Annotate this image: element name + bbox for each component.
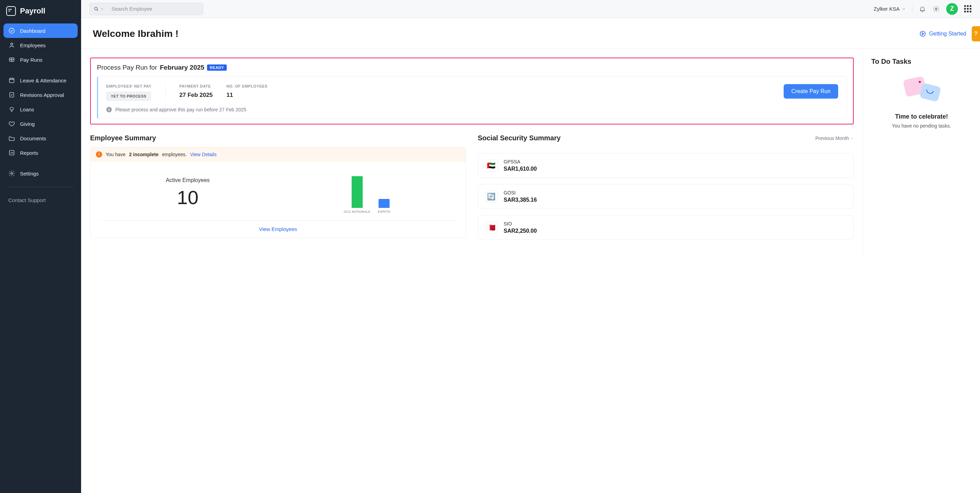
search-input[interactable] (107, 3, 203, 15)
sidebar: Payroll Dashboard Employees Pay Runs Lea… (0, 0, 81, 493)
main: Welcome Ibrahim ! Getting Started ? Proc… (81, 18, 980, 493)
period-selector[interactable]: Previous Month (815, 135, 854, 141)
period-label: Previous Month (815, 135, 849, 141)
payrun-card: EMPLOYEES' NET PAY YET TO PROCESS PAYMEN… (97, 76, 847, 119)
ss-name: GOSI (504, 190, 537, 195)
payrun-note: i Please process and approve this pay ru… (106, 107, 838, 113)
page-title: Welcome Ibrahim ! (93, 28, 178, 39)
sidebar-item-revisions-approval[interactable]: Revisions Approval (3, 87, 78, 102)
chevron-down-icon (850, 136, 854, 140)
org-selector[interactable]: Zylker KSA (874, 6, 906, 12)
sidebar-item-settings[interactable]: Settings (3, 166, 78, 181)
getting-started-link[interactable]: Getting Started (919, 30, 966, 37)
topbar: Zylker KSA Z (81, 0, 980, 18)
stat-value: 11 (226, 92, 267, 98)
sidebar-item-label: Documents (20, 135, 46, 141)
view-details-link[interactable]: View Details (190, 152, 217, 157)
sidebar-item-pay-runs[interactable]: Pay Runs (3, 52, 78, 67)
summaries: Employee Summary ! You have 2 incomplete… (90, 134, 854, 240)
employee-summary-footer: View Employees (99, 220, 458, 238)
ss-amount: SAR3,385.16 (504, 197, 537, 203)
ss-amount: SAR1,610.00 (504, 166, 537, 172)
employee-summary-card: ! You have 2 incomplete employees. View … (90, 147, 466, 238)
header-actions: Getting Started ? (919, 26, 968, 41)
payroll-logo-icon (6, 6, 16, 16)
celebrate-illustration (897, 75, 946, 106)
todo-heading: Time to celebrate! (871, 113, 972, 120)
payrun-title-pre: Process Pay Run for (97, 64, 157, 71)
warning-icon: ! (96, 151, 102, 157)
topbar-divider (912, 5, 912, 13)
folder-icon (8, 135, 15, 142)
employee-summary-body: Active Employees 10 GCC NATIONALS (91, 162, 466, 220)
svg-point-9 (920, 32, 926, 36)
dashboard-icon (8, 27, 15, 34)
payrun-stats: EMPLOYEES' NET PAY YET TO PROCESS PAYMEN… (106, 84, 838, 101)
ss-amount: SAR2,250.00 (504, 228, 537, 234)
sidebar-item-documents[interactable]: Documents (3, 131, 78, 146)
create-pay-run-button[interactable]: Create Pay Run (784, 84, 838, 98)
ss-item-gpssa[interactable]: 🇦🇪 GPSSA SAR1,610.00 (478, 153, 854, 178)
sidebar-item-label: Settings (20, 171, 39, 176)
gear-icon (933, 6, 940, 13)
sidebar-item-contact-support[interactable]: Contact Support (3, 193, 78, 207)
notifications-button[interactable] (919, 5, 926, 13)
sidebar-item-loans[interactable]: Loans (3, 102, 78, 117)
sidebar-item-label: Dashboard (20, 28, 45, 34)
sidebar-item-reports[interactable]: Reports (3, 146, 78, 160)
stat-employee-count: NO. OF EMPLOYEES 11 (226, 84, 267, 98)
page-header: Welcome Ibrahim ! Getting Started ? (81, 18, 980, 49)
bar (379, 199, 390, 208)
svg-point-0 (9, 28, 14, 33)
stat-label: EMPLOYEES' NET PAY (106, 84, 151, 88)
info-icon: i (106, 107, 112, 113)
todo-title: To Do Tasks (871, 57, 972, 65)
stat-netpay: EMPLOYEES' NET PAY YET TO PROCESS (106, 84, 165, 101)
view-employees-link[interactable]: View Employees (259, 226, 297, 232)
sidebar-item-label: Revisions Approval (20, 92, 64, 98)
svg-rect-3 (9, 78, 14, 83)
org-name: Zylker KSA (874, 6, 900, 12)
sidebar-item-dashboard[interactable]: Dashboard (3, 24, 78, 38)
chevron-down-icon (100, 7, 104, 11)
approval-icon (8, 91, 15, 98)
social-security-summary: Social Security Summary Previous Month 🇦… (478, 134, 854, 240)
todo-subtext: You have no pending tasks. (871, 123, 972, 128)
sidebar-item-employees[interactable]: Employees (3, 38, 78, 52)
bar-label: EXPATS (378, 210, 390, 213)
bar-expats: EXPATS (378, 199, 390, 213)
ss-item-gosi[interactable]: 🔄 GOSI SAR3,385.16 (478, 184, 854, 209)
chevron-down-icon (902, 7, 906, 11)
stat-label: NO. OF EMPLOYEES (226, 84, 267, 88)
ss-name: SIO (504, 221, 537, 227)
sidebar-item-giving[interactable]: Giving (3, 117, 78, 131)
flag-icon: 🔄 (485, 190, 498, 203)
sidebar-item-leave-attendance[interactable]: Leave & Attendance (3, 73, 78, 87)
calendar-icon (8, 77, 15, 84)
section-title: Employee Summary (90, 134, 466, 142)
stat-payment-date: PAYMENT DATE 27 Feb 2025 (180, 84, 213, 98)
search-scope-button[interactable] (89, 3, 107, 15)
sidebar-nav: Dashboard Employees Pay Runs Leave & Att… (0, 24, 81, 493)
heart-icon (8, 120, 15, 127)
incomplete-employees-banner: ! You have 2 incomplete employees. View … (91, 147, 466, 162)
pay-runs-icon (8, 56, 15, 63)
section-title: Social Security Summary Previous Month (478, 134, 854, 142)
reports-icon (8, 149, 15, 156)
help-button[interactable]: ? (972, 26, 980, 41)
avatar-initial: Z (950, 5, 954, 13)
brand: Payroll (0, 0, 81, 24)
payrun-title: Process Pay Run for February 2025 READY (97, 64, 847, 71)
warn-text-post: employees. (162, 152, 187, 157)
play-circle-icon (919, 30, 926, 37)
search-icon (94, 6, 99, 12)
apps-button[interactable] (964, 5, 972, 13)
settings-button[interactable] (932, 5, 940, 13)
yet-to-process-badge: YET TO PROCESS (106, 92, 151, 101)
gear-icon (8, 170, 15, 177)
help-label: ? (974, 31, 978, 37)
ss-item-sio[interactable]: 🇧🇭 SIO SAR2,250.00 (478, 215, 854, 240)
avatar[interactable]: Z (946, 3, 958, 15)
ready-badge: READY (207, 65, 227, 71)
svg-point-6 (11, 173, 13, 174)
